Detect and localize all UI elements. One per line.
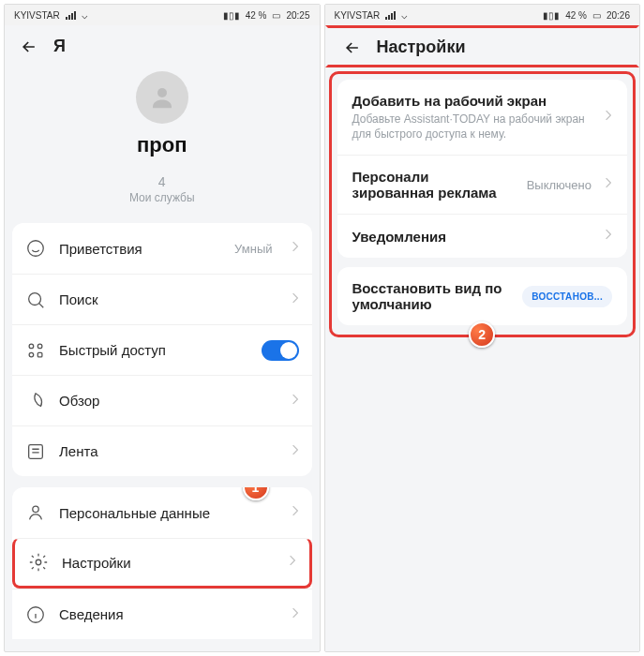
svg-rect-6 (37, 352, 42, 357)
info-icon (25, 604, 46, 625)
row-title: Уведомления (352, 229, 596, 245)
carrier-label: KYIVSTAR (14, 10, 60, 21)
smile-icon (25, 238, 46, 259)
page-title: Настройки (377, 37, 466, 57)
svg-point-5 (29, 352, 34, 357)
row-feed[interactable]: Лента (12, 425, 312, 476)
row-notifications[interactable]: Уведомления (337, 214, 628, 258)
carrier-label: KYIVSTAR (335, 10, 381, 21)
row-subtitle: Добавьте Assistant·TODAY на рабочий экра… (352, 112, 596, 142)
svg-point-4 (37, 344, 42, 349)
row-value: Умный (234, 242, 272, 256)
chevron-right-icon (605, 109, 612, 126)
svg-point-2 (29, 292, 41, 305)
settings-group-2: Восстановить вид по умолчанию ВОССТАНОВ.… (337, 267, 628, 325)
row-label: Приветствия (59, 241, 221, 257)
list-group-1: Приветствия Умный Поиск Быстрый доступ О… (12, 223, 312, 476)
chevron-right-icon (605, 228, 612, 245)
services-count[interactable]: 4 (158, 174, 166, 189)
chevron-right-icon (292, 606, 299, 623)
row-label: Настройки (62, 555, 276, 571)
battery-icon: ▭ (592, 10, 601, 21)
chevron-right-icon (292, 393, 299, 410)
clock: 20:26 (607, 10, 630, 21)
row-quick-access[interactable]: Быстрый доступ (12, 324, 312, 375)
toggle-on[interactable] (262, 340, 299, 361)
wifi-icon: ⌵ (401, 9, 408, 22)
vibrate-icon: ▮▯▮ (223, 10, 240, 21)
chevron-right-icon (292, 240, 299, 257)
row-title: Персонали зированная реклама (352, 169, 517, 201)
back-icon[interactable] (343, 38, 362, 57)
list-group-2: Персональные данные 1 Настройки Сведения (12, 487, 312, 639)
back-icon[interactable] (20, 37, 38, 56)
phone-left: KYIVSTAR ⌵ ▮▯▮ 42 % ▭ 20:25 Я проп 4 Мои… (4, 4, 321, 652)
row-personal-data[interactable]: Персональные данные 1 (12, 487, 312, 538)
row-title: Добавить на рабочий экран (352, 93, 596, 109)
row-label: Лента (59, 443, 278, 459)
svg-rect-7 (29, 444, 43, 458)
leaf-icon (25, 391, 46, 411)
wifi-icon: ⌵ (82, 9, 88, 22)
chevron-right-icon (289, 554, 296, 571)
status-bar: KYIVSTAR ⌵ ▮▯▮ 42 % ▭ 20:26 (325, 5, 640, 25)
row-about[interactable]: Сведения (12, 589, 312, 639)
empty-area (325, 341, 640, 651)
chevron-right-icon (292, 291, 299, 308)
row-search[interactable]: Поиск (12, 274, 312, 324)
grid-icon (25, 340, 46, 361)
row-label: Быстрый доступ (59, 342, 248, 358)
row-label: Персональные данные (59, 505, 278, 521)
row-value: Выключено (527, 178, 592, 192)
feed-icon (25, 441, 46, 462)
chevron-right-icon (292, 443, 299, 460)
row-add-home[interactable]: Добавить на рабочий экран Добавьте Assis… (337, 80, 628, 155)
signal-icon (66, 11, 76, 20)
restore-button[interactable]: ВОССТАНОВ... (522, 286, 612, 307)
gear-icon (28, 552, 49, 573)
row-personalized-ads[interactable]: Персонали зированная реклама Выключено (337, 155, 628, 214)
row-restore-default[interactable]: Восстановить вид по умолчанию ВОССТАНОВ.… (337, 267, 628, 325)
battery-pct: 42 % (246, 10, 267, 21)
row-label: Сведения (59, 606, 278, 622)
row-title: Восстановить вид по умолчанию (352, 280, 514, 312)
chevron-right-icon (605, 176, 612, 193)
services-label: Мои службы (129, 191, 195, 204)
signal-icon (385, 11, 396, 20)
highlight-box: Добавить на рабочий экран Добавьте Assis… (329, 71, 637, 337)
svg-point-1 (28, 241, 44, 257)
profile-block: проп 4 Мои службы (5, 64, 320, 223)
svg-point-9 (36, 559, 41, 565)
username: проп (137, 133, 187, 157)
chevron-right-icon (292, 504, 299, 521)
page-title: Я (53, 37, 66, 56)
clock: 20:25 (286, 10, 309, 21)
battery-icon: ▭ (272, 10, 280, 21)
status-bar: KYIVSTAR ⌵ ▮▯▮ 42 % ▭ 20:25 (5, 5, 320, 25)
row-label: Поиск (59, 291, 278, 307)
person-icon (25, 502, 46, 523)
row-label: Обзор (59, 393, 278, 409)
battery-pct: 42 % (565, 10, 587, 21)
row-settings[interactable]: Настройки (12, 538, 312, 589)
step-badge-1: 1 (243, 487, 269, 500)
svg-point-3 (29, 344, 34, 349)
avatar[interactable] (136, 71, 188, 124)
settings-group-1: Добавить на рабочий экран Добавьте Assis… (337, 80, 628, 258)
row-greetings[interactable]: Приветствия Умный (12, 223, 312, 274)
row-overview[interactable]: Обзор (12, 375, 312, 425)
svg-point-8 (33, 506, 38, 512)
vibrate-icon: ▮▯▮ (543, 10, 560, 21)
svg-point-0 (157, 88, 167, 97)
header: Настройки (325, 25, 640, 67)
phone-right: KYIVSTAR ⌵ ▮▯▮ 42 % ▭ 20:26 Настройки До… (324, 4, 641, 652)
step-badge-2: 2 (469, 321, 495, 348)
search-icon (25, 290, 46, 310)
header: Я (5, 25, 320, 64)
